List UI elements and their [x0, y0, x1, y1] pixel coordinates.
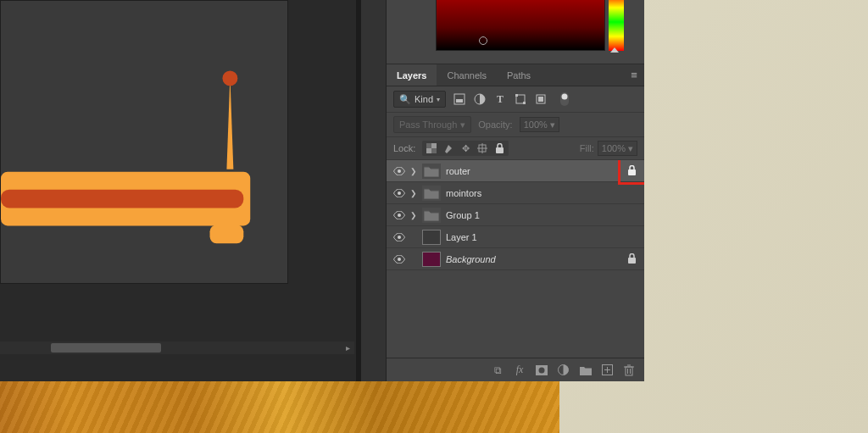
lock-all-icon[interactable] [493, 142, 505, 154]
layer-thumbnail[interactable] [422, 230, 441, 245]
color-picker-panel[interactable] [387, 0, 644, 64]
layer-filter-toolbar: 🔍 Kind ▾ T [387, 86, 644, 113]
lock-position-icon[interactable]: ✥ [459, 142, 471, 154]
filter-kind-dropdown[interactable]: 🔍 Kind ▾ [393, 91, 446, 108]
new-layer-icon[interactable] [602, 364, 614, 375]
disclosure-icon[interactable]: ❯ [410, 167, 417, 175]
visibility-toggle-icon[interactable] [393, 255, 405, 264]
chevron-down-icon: ▾ [437, 96, 440, 103]
color-field[interactable] [436, 0, 605, 51]
svg-rect-12 [538, 97, 543, 102]
fill-label: Fill: [580, 143, 594, 153]
svg-point-1 [222, 71, 237, 86]
visibility-toggle-icon[interactable] [393, 167, 405, 175]
svg-rect-35 [626, 367, 632, 375]
svg-rect-28 [628, 258, 636, 264]
layer-name[interactable]: router [446, 166, 620, 176]
filter-kind-label: Kind [415, 94, 433, 104]
filter-type-icon[interactable]: T [493, 92, 507, 106]
canvas-area: ▸ [0, 0, 356, 381]
search-icon: 🔍 [399, 94, 411, 105]
right-panel: Layers Channels Paths ≡ 🔍 Kind ▾ T [360, 0, 644, 381]
svg-rect-17 [431, 148, 437, 153]
hue-slider[interactable] [609, 0, 624, 51]
scrollbar-thumb[interactable] [51, 343, 161, 353]
tab-layers[interactable]: Layers [387, 64, 437, 86]
filter-shape-icon[interactable] [514, 92, 527, 106]
chevron-down-icon: ▾ [460, 119, 465, 130]
lock-icon[interactable] [626, 253, 637, 265]
layer-row-router[interactable]: ❯ router [387, 160, 644, 182]
adjustment-layer-icon[interactable] [558, 364, 570, 375]
panel-menu-icon[interactable]: ≡ [624, 64, 644, 86]
filter-adjustment-icon[interactable] [473, 92, 487, 106]
delete-layer-icon[interactable] [624, 364, 636, 376]
svg-point-25 [398, 214, 401, 217]
svg-point-26 [398, 236, 401, 239]
layer-name[interactable]: mointors [446, 188, 637, 198]
document-canvas[interactable] [0, 0, 288, 284]
fill-value: 100% [602, 143, 626, 153]
lock-transparency-icon[interactable] [426, 142, 437, 154]
layer-row-background[interactable]: ❯ Background [387, 248, 644, 270]
layer-mask-icon[interactable] [536, 365, 548, 375]
svg-rect-10 [523, 102, 526, 104]
svg-point-24 [398, 192, 401, 195]
chevron-down-icon: ▾ [550, 119, 555, 130]
layer-row-layer1[interactable]: ❯ Layer 1 [387, 226, 644, 248]
folder-icon [422, 164, 441, 179]
opacity-value: 100% [524, 119, 548, 130]
svg-rect-21 [496, 147, 504, 153]
panel-tabs: Layers Channels Paths ≡ [387, 64, 644, 86]
filter-smartobject-icon[interactable] [534, 92, 548, 106]
new-group-icon[interactable] [580, 365, 592, 375]
layer-name[interactable]: Background [446, 254, 620, 264]
opacity-input[interactable]: 100% ▾ [520, 117, 559, 132]
visibility-toggle-icon[interactable] [393, 211, 405, 219]
svg-rect-3 [1, 190, 243, 208]
filter-toggle-switch[interactable] [558, 92, 571, 106]
layer-effects-icon[interactable]: fx [514, 364, 526, 376]
svg-rect-9 [515, 94, 518, 97]
fill-input[interactable]: 100% ▾ [598, 141, 637, 156]
chevron-down-icon: ▾ [628, 143, 633, 154]
layers-bottom-toolbar: ⧉ fx [387, 358, 644, 381]
svg-point-14 [562, 94, 568, 100]
layer-row-group1[interactable]: ❯ Group 1 [387, 204, 644, 226]
folder-icon [422, 208, 441, 223]
folder-icon [422, 186, 441, 201]
disclosure-icon[interactable]: ❯ [410, 211, 417, 219]
layer-name[interactable]: Group 1 [446, 210, 637, 220]
filter-pixel-icon[interactable] [453, 92, 466, 106]
svg-point-27 [398, 258, 401, 261]
layers-list: ❯ router ❯ [387, 160, 644, 358]
svg-rect-16 [426, 143, 431, 148]
application-window: ▸ Layers Channels Paths ≡ 🔍 Kind [0, 0, 644, 381]
link-layers-icon[interactable]: ⧉ [492, 364, 504, 376]
svg-rect-6 [456, 99, 463, 103]
tab-paths[interactable]: Paths [497, 64, 541, 86]
lock-artboard-icon[interactable] [476, 142, 488, 154]
layer-row-mointors[interactable]: ❯ mointors [387, 182, 644, 204]
blend-mode-dropdown[interactable]: Pass Through ▾ [393, 116, 471, 133]
svg-rect-4 [210, 225, 244, 243]
color-cursor[interactable] [479, 36, 487, 45]
scrollbar-arrow-right[interactable]: ▸ [342, 343, 353, 353]
layer-name[interactable]: Layer 1 [446, 232, 637, 242]
panel-gutter [361, 0, 387, 381]
router-artwork [1, 1, 287, 283]
lock-label: Lock: [393, 143, 415, 153]
layer-thumbnail[interactable] [422, 252, 441, 267]
disclosure-icon[interactable]: ❯ [410, 189, 417, 197]
lock-icon-group: ✥ [422, 141, 509, 156]
svg-rect-23 [628, 169, 636, 175]
tab-channels[interactable]: Channels [437, 64, 496, 86]
svg-marker-0 [226, 76, 233, 169]
horizontal-scrollbar[interactable]: ▸ [0, 341, 354, 354]
opacity-label: Opacity: [478, 119, 512, 130]
visibility-toggle-icon[interactable] [393, 189, 405, 197]
lock-pixels-icon[interactable] [442, 142, 454, 154]
lock-icon[interactable] [626, 165, 637, 177]
visibility-toggle-icon[interactable] [393, 233, 405, 241]
blend-mode-value: Pass Through [399, 119, 457, 130]
